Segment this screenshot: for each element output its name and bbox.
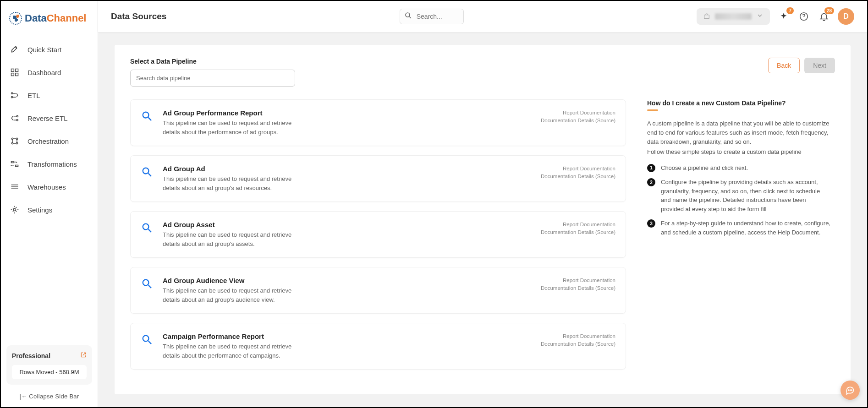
next-button[interactable]: Next [804,58,835,73]
briefcase-icon [703,13,710,20]
brand-logo[interactable]: DataChannel [1,12,98,38]
pipeline-item[interactable]: Ad Group Audience ViewThis pipeline can … [130,267,626,314]
doc-details-link[interactable]: Documentation Details (Source) [541,173,615,180]
svg-rect-1 [16,69,18,72]
doc-details-link[interactable]: Documentation Details (Source) [541,284,615,292]
reverse-etl-icon [10,114,19,123]
chat-bubble-button[interactable] [841,381,860,400]
sparkle-icon [779,12,788,21]
pipeline-item[interactable]: Ad Group AssetThis pipeline can be used … [130,211,626,258]
sidebar-item-label: Reverse ETL [27,114,68,122]
warehouse-icon [10,182,19,191]
help-panel: How do I create a new Custom Data Pipeli… [647,99,835,394]
svg-rect-2 [11,73,14,76]
pipeline-doc-links: Report DocumentationDocumentation Detail… [541,109,615,136]
search-icon [404,11,412,22]
help-step: 2Configure the pipeline by providing det… [647,178,830,213]
step-number: 1 [647,164,655,172]
page-title: Data Sources [111,11,166,22]
pipeline-item[interactable]: Campaign Performance ReportThis pipeline… [130,323,626,370]
pipeline-doc-links: Report DocumentationDocumentation Detail… [541,277,615,304]
sidebar-item-reverse-etl[interactable]: Reverse ETL [5,107,93,129]
brand-prefix: Data [25,12,47,24]
sidebar-item-etl[interactable]: ETL [5,84,93,106]
sparkle-badge: 7 [786,7,794,14]
pipeline-title: Ad Group Audience View [163,277,533,284]
doc-details-link[interactable]: Documentation Details (Source) [541,340,615,348]
global-search [400,9,464,24]
pipeline-doc-links: Report DocumentationDocumentation Detail… [541,221,615,248]
section-title: Select a Data Pipeline [130,58,759,65]
chat-icon [846,386,855,395]
sidebar-item-quick-start[interactable]: Quick Start [5,38,93,60]
pipeline-title: Ad Group Asset [163,221,533,228]
report-doc-link[interactable]: Report Documentation [541,277,615,284]
back-button[interactable]: Back [768,58,800,73]
svg-point-5 [11,97,13,98]
user-avatar[interactable]: D [838,8,854,25]
pipeline-search-input[interactable] [130,70,295,87]
report-doc-link[interactable]: Report Documentation [541,221,615,228]
pipeline-item[interactable]: Ad Group Performance ReportThis pipeline… [130,99,626,146]
sidebar-item-label: ETL [27,92,40,99]
help-icon [799,11,809,22]
account-switcher[interactable] [697,8,770,25]
sidebar-item-settings[interactable]: Settings [5,199,93,221]
transform-icon [10,159,19,169]
help-button[interactable] [797,10,810,23]
svg-rect-0 [11,69,14,72]
report-doc-link[interactable]: Report Documentation [541,109,615,117]
content-card: Select a Data Pipeline Back Next Ad Grou… [115,45,851,394]
sidebar-item-orchestration[interactable]: Orchestration [5,130,93,152]
help-para-2: Follow these simple steps to create a cu… [647,147,830,157]
topbar: Data Sources 7 [98,1,867,32]
magnifier-icon [141,333,154,360]
pipeline-title: Ad Group Ad [163,165,533,173]
svg-point-8 [11,138,13,139]
etl-icon [10,91,19,100]
magnifier-icon [141,110,154,136]
collapse-label: Collapse Side Bar [29,393,79,400]
sidebar-item-dashboard[interactable]: Dashboard [5,61,93,83]
help-step: 3For a step-by-step guide to understand … [647,219,830,237]
topbar-right: 7 28 D [697,8,854,25]
svg-point-9 [16,138,17,139]
svg-rect-16 [704,15,709,19]
pipeline-desc: This pipeline can be used to request and… [163,119,305,136]
sparkle-button[interactable]: 7 [777,10,790,23]
pipeline-desc: This pipeline can be used to request and… [163,286,305,304]
rocket-icon [10,45,19,54]
help-steps: 1Choose a pipeline and click next.2Confi… [647,163,830,237]
doc-details-link[interactable]: Documentation Details (Source) [541,117,615,125]
brand-suffix: Channel [47,12,87,24]
pipeline-desc: This pipeline can be used to request and… [163,174,305,192]
grid-icon [10,68,19,77]
sidebar: DataChannel Quick Start Dashboard ETL Re… [1,1,98,407]
pipeline-title: Campaign Performance Report [163,332,533,340]
sidebar-item-label: Settings [27,206,52,214]
sidebar-item-label: Orchestration [27,137,69,145]
main: Data Sources 7 [98,1,867,407]
sidebar-item-transformations[interactable]: Transformations [5,153,93,175]
report-doc-link[interactable]: Report Documentation [541,165,615,173]
pipeline-list[interactable]: Ad Group Performance ReportThis pipeline… [130,99,629,394]
collapse-sidebar-button[interactable]: |← Collapse Side Bar [1,388,98,402]
brand-logo-icon [9,12,22,25]
sidebar-item-warehouses[interactable]: Warehouses [5,176,93,198]
account-name-redacted [715,13,752,20]
bell-badge: 28 [824,7,834,14]
report-doc-link[interactable]: Report Documentation [541,332,615,340]
step-text: For a step-by-step guide to understand h… [661,219,830,237]
pipeline-desc: This pipeline can be used to request and… [163,342,305,360]
magnifier-icon [141,166,154,192]
pipeline-desc: This pipeline can be used to request and… [163,230,305,248]
sidebar-nav: Quick Start Dashboard ETL Reverse ETL Or… [1,38,98,342]
doc-details-link[interactable]: Documentation Details (Source) [541,228,615,236]
pipeline-item[interactable]: Ad Group AdThis pipeline can be used to … [130,155,626,202]
orchestration-icon [10,136,19,146]
content: Select a Data Pipeline Back Next Ad Grou… [98,32,867,407]
gear-icon [10,205,19,214]
svg-rect-12 [11,161,14,163]
notifications-button[interactable]: 28 [818,10,830,23]
external-link-icon[interactable] [80,352,87,359]
